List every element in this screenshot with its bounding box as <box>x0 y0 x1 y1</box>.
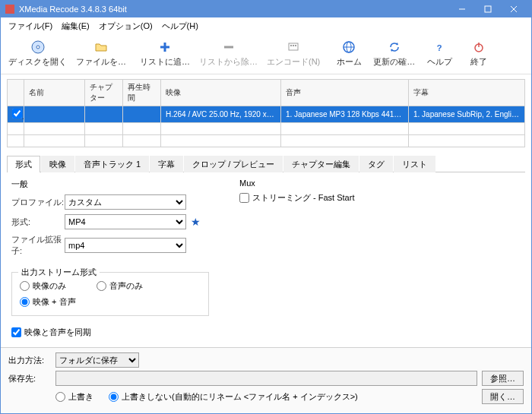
sync-checkbox-label[interactable]: 映像と音声を同期 <box>11 327 521 338</box>
open-disc-label: ディスクを開く <box>8 56 67 68</box>
ext-select[interactable]: mp4 <box>65 238 186 253</box>
encode-button[interactable]: エンコード(N) <box>262 38 325 69</box>
output-dest-input[interactable] <box>55 371 477 386</box>
general-title: 一般 <box>11 179 209 190</box>
help-icon: ? <box>432 40 447 55</box>
ext-label: ファイル拡張子: <box>11 234 65 257</box>
remove-label: リストから除… <box>199 56 258 68</box>
cell-audio: 1. Japanese MP3 128 Kbps 44100 Hz Stereo… <box>281 106 409 123</box>
open-disc-button[interactable]: ディスクを開く <box>4 38 71 69</box>
file-table[interactable]: 名前 チャプター 再生時間 映像 音声 字幕 H.264 / AVC 25.00… <box>7 79 525 147</box>
tab-content-format: 一般 プロファイル: カスタム 形式: MP4 ★ ファイル拡張子: mp4 M… <box>1 172 531 347</box>
svg-rect-1 <box>485 6 491 12</box>
tab-video[interactable]: 映像 <box>41 156 74 172</box>
disc-icon <box>30 40 46 55</box>
encode-icon <box>286 40 301 55</box>
sync-checkbox[interactable] <box>11 327 21 337</box>
update-button[interactable]: 更新の確… <box>369 38 420 69</box>
svg-rect-10 <box>290 45 292 46</box>
faststart-checkbox[interactable] <box>239 193 249 203</box>
help-label: ヘルプ <box>427 56 452 68</box>
open-file-button[interactable]: ファイルを… <box>71 38 131 69</box>
cell-chapter <box>85 106 123 123</box>
home-label: ホーム <box>337 56 362 68</box>
tab-chapter[interactable]: チャプター編集 <box>283 156 359 172</box>
tab-bar: 形式 映像 音声トラック 1 字幕 クロップ / プレビュー チャプター編集 タ… <box>7 155 525 172</box>
col-duration[interactable]: 再生時間 <box>123 80 161 106</box>
svg-text:?: ? <box>437 43 442 52</box>
menu-help[interactable]: ヘルプ(H) <box>157 19 203 33</box>
open-file-label: ファイルを… <box>76 56 126 68</box>
maximize-button[interactable] <box>475 1 501 17</box>
radio-overwrite[interactable]: 上書き <box>55 391 93 403</box>
radio-no-overwrite[interactable]: 上書きしない(自動的にリネーム <ファイル名 + インデックス>) <box>109 391 358 403</box>
svg-point-5 <box>36 46 40 49</box>
tab-list[interactable]: リスト <box>394 156 435 172</box>
output-method-label: 出力方法: <box>8 355 51 366</box>
row-checkbox[interactable] <box>12 109 22 119</box>
browse-button[interactable]: 参照… <box>482 371 524 386</box>
table-row[interactable]: H.264 / AVC 25.00 Hz, 1920 x 1080 (16:… … <box>8 106 525 123</box>
profile-select[interactable]: カスタム <box>65 194 186 210</box>
open-button[interactable]: 開く… <box>482 389 524 404</box>
svg-rect-12 <box>295 45 296 46</box>
col-chapter[interactable]: チャプター <box>85 80 123 106</box>
faststart-text: ストリーミング - Fast Start <box>252 192 354 204</box>
app-logo-icon <box>5 5 14 14</box>
col-video[interactable]: 映像 <box>161 80 281 106</box>
cell-duration <box>123 106 161 123</box>
col-name[interactable]: 名前 <box>24 80 85 106</box>
exit-button[interactable]: 終了 <box>459 38 499 69</box>
table-row[interactable] <box>8 135 525 147</box>
menu-options[interactable]: オプション(O) <box>94 19 157 33</box>
svg-rect-11 <box>293 45 294 46</box>
output-panel: 出力方法: フォルダに保存 保存先: 参照… 上書き 上書きしない(自動的にリネ… <box>1 347 531 413</box>
add-label: リストに追… <box>140 56 190 68</box>
profile-label: プロファイル: <box>11 197 65 208</box>
folder-icon <box>93 40 109 55</box>
output-method-select[interactable]: フォルダに保存 <box>55 352 139 368</box>
menu-bar: ファイル(F) 編集(E) オプション(O) ヘルプ(H) <box>1 17 531 35</box>
tab-crop[interactable]: クロップ / プレビュー <box>184 156 283 172</box>
table-row[interactable] <box>8 123 525 135</box>
close-button[interactable] <box>501 1 527 17</box>
globe-icon <box>341 40 356 55</box>
row-check[interactable] <box>8 106 24 123</box>
remove-from-list-button[interactable]: リストから除… <box>195 38 262 69</box>
col-check[interactable] <box>8 80 24 106</box>
svg-rect-9 <box>289 43 298 50</box>
add-to-list-button[interactable]: リストに追… <box>135 38 195 69</box>
cell-video: H.264 / AVC 25.00 Hz, 1920 x 1080 (16:… <box>161 106 281 123</box>
home-button[interactable]: ホーム <box>329 38 369 69</box>
toolbar: ディスクを開く ファイルを… リストに追… リストから除… エンコード(N) ホ… <box>1 35 531 74</box>
output-stream-group: 出力ストリーム形式 映像のみ 音声のみ 映像 + 音声 <box>11 272 209 316</box>
update-label: 更新の確… <box>373 56 415 68</box>
exit-label: 終了 <box>470 56 487 68</box>
title-bar: XMedia Recode 3.4.8.3 64bit <box>1 1 531 17</box>
minimize-button[interactable] <box>449 1 475 17</box>
radio-audio-only[interactable]: 音声のみ <box>97 280 143 292</box>
menu-file[interactable]: ファイル(F) <box>4 19 57 33</box>
cell-subtitle: 1. Japanese SubRip, 2. English SubRip <box>409 106 525 123</box>
radio-video-only[interactable]: 映像のみ <box>20 280 66 292</box>
col-subtitle[interactable]: 字幕 <box>409 80 525 106</box>
menu-edit[interactable]: 編集(E) <box>57 19 94 33</box>
col-audio[interactable]: 音声 <box>281 80 409 106</box>
plus-icon <box>157 40 173 55</box>
format-select[interactable]: MP4 <box>65 214 186 229</box>
encode-label: エンコード(N) <box>267 56 320 68</box>
output-stream-title: 出力ストリーム形式 <box>18 267 100 278</box>
tab-subtitle[interactable]: 字幕 <box>150 156 183 172</box>
tab-format[interactable]: 形式 <box>7 156 40 172</box>
refresh-icon <box>387 40 402 55</box>
radio-both[interactable]: 映像 + 音声 <box>20 296 201 308</box>
mux-title: Mux <box>239 179 521 188</box>
power-icon <box>471 40 486 55</box>
help-button[interactable]: ? ヘルプ <box>420 38 459 69</box>
file-list-area: 名前 チャプター 再生時間 映像 音声 字幕 H.264 / AVC 25.00… <box>1 74 531 152</box>
tab-audio[interactable]: 音声トラック 1 <box>75 156 149 172</box>
faststart-checkbox-label[interactable]: ストリーミング - Fast Start <box>239 192 521 204</box>
tab-tag[interactable]: タグ <box>359 156 393 172</box>
favorite-icon[interactable]: ★ <box>191 216 201 228</box>
sync-text: 映像と音声を同期 <box>24 327 91 338</box>
